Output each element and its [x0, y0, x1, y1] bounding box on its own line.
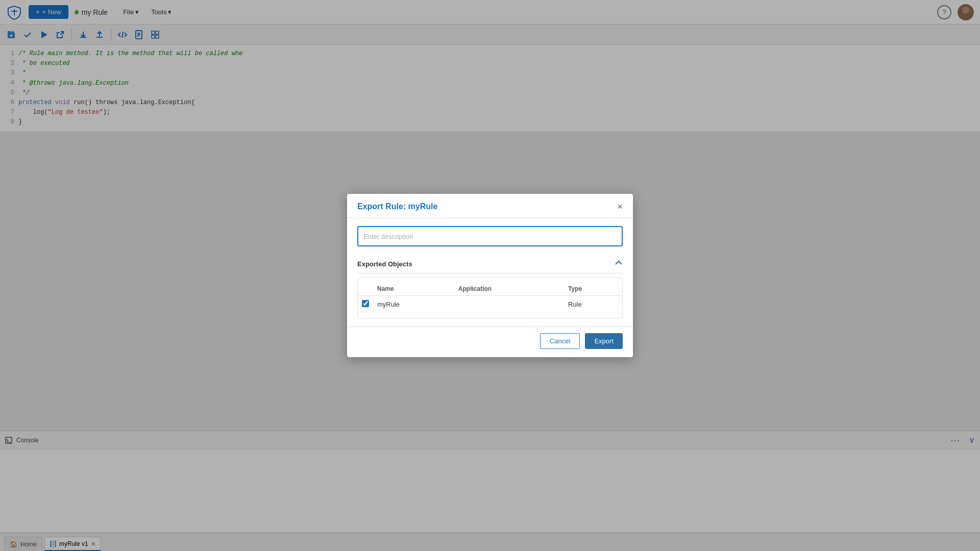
table-row: myRule Rule — [358, 296, 622, 313]
exported-objects-table: Name Application Type myRule — [358, 282, 622, 313]
section-title: Exported Objects — [357, 260, 412, 268]
objects-table-container: Name Application Type myRule — [357, 278, 623, 318]
dialog-title: Export Rule: myRule — [357, 202, 437, 211]
export-dialog: Export Rule: myRule × Exported Objects — [347, 194, 633, 357]
row-type: Rule — [564, 296, 622, 313]
exported-objects-section: Exported Objects Name Application Type — [357, 255, 623, 318]
dialog-header: Export Rule: myRule × — [347, 194, 633, 218]
chevron-up-button[interactable] — [615, 259, 623, 269]
row-name: myRule — [373, 296, 454, 313]
cancel-button[interactable]: Cancel — [540, 333, 580, 349]
col-header-checkbox — [358, 282, 373, 296]
row-checkbox[interactable] — [362, 300, 369, 307]
export-button[interactable]: Export — [585, 333, 623, 349]
dialog-footer: Cancel Export — [347, 327, 633, 357]
row-checkbox-cell[interactable] — [358, 296, 373, 313]
description-input[interactable] — [357, 226, 623, 246]
col-header-type: Type — [564, 282, 622, 296]
row-application — [454, 296, 564, 313]
dialog-body: Exported Objects Name Application Type — [347, 218, 633, 327]
col-header-application: Application — [454, 282, 564, 296]
section-header: Exported Objects — [357, 255, 623, 273]
modal-overlay: Export Rule: myRule × Exported Objects — [0, 0, 980, 551]
dialog-close-button[interactable]: × — [617, 202, 623, 211]
col-header-name: Name — [373, 282, 454, 296]
